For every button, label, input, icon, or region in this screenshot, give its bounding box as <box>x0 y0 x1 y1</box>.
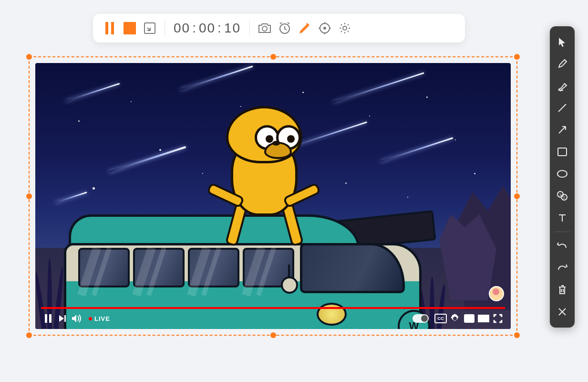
autoplay-toggle[interactable] <box>413 314 429 323</box>
spotlight-button[interactable] <box>315 18 335 38</box>
timer-hh: 00 <box>174 21 190 35</box>
toolbar-divider <box>555 232 570 232</box>
screenshot-button[interactable] <box>255 18 275 38</box>
svg-rect-10 <box>49 314 52 323</box>
scheduler-button[interactable] <box>275 18 295 38</box>
line-tool[interactable] <box>553 98 572 117</box>
svg-rect-0 <box>105 22 108 34</box>
svg-rect-14 <box>478 315 489 322</box>
divider <box>249 20 250 37</box>
recording-control-bar: 00:00:10 <box>93 14 465 42</box>
progress-bar[interactable] <box>41 307 505 309</box>
resize-handle-bottom-right[interactable] <box>514 332 520 338</box>
pen-tool[interactable] <box>553 54 572 74</box>
live-indicator-dot <box>89 317 92 320</box>
live-label: LIVE <box>94 315 110 322</box>
timer-ss: 10 <box>224 21 241 35</box>
timer-mm: 00 <box>199 21 216 35</box>
resize-handle-bottom-left[interactable] <box>26 332 32 338</box>
capture-region[interactable]: W LIVE <box>29 56 517 336</box>
redo-button[interactable] <box>553 258 572 277</box>
player-next-button[interactable] <box>55 312 70 325</box>
player-pause-button[interactable] <box>41 312 55 325</box>
arrow-tool[interactable] <box>553 120 572 139</box>
svg-rect-9 <box>45 314 47 323</box>
recording-timer: 00:00:10 <box>174 21 241 36</box>
annotate-button[interactable] <box>295 18 315 38</box>
svg-rect-1 <box>111 22 114 34</box>
annotation-toolbar: 12 <box>550 26 575 328</box>
svg-rect-13 <box>469 318 474 322</box>
resize-handle-top-left[interactable] <box>26 54 32 60</box>
svg-rect-2 <box>124 22 136 34</box>
close-button[interactable] <box>553 302 572 321</box>
undo-button[interactable] <box>553 236 572 255</box>
svg-point-8 <box>343 26 347 30</box>
player-settings-button[interactable] <box>448 312 462 325</box>
svg-point-7 <box>324 27 326 29</box>
highlighter-tool[interactable] <box>553 76 572 96</box>
divider <box>165 20 165 37</box>
svg-point-4 <box>262 26 267 31</box>
svg-point-16 <box>557 170 567 177</box>
video-content: W LIVE <box>35 63 511 329</box>
settings-button[interactable] <box>335 18 355 38</box>
channel-avatar[interactable] <box>489 286 504 301</box>
svg-text:1: 1 <box>559 192 562 197</box>
resize-handle-top-right[interactable] <box>514 54 520 60</box>
resize-handle-bottom[interactable] <box>270 332 276 338</box>
numbered-step-tool[interactable]: 12 <box>553 186 572 205</box>
progress-fill <box>41 307 505 309</box>
resize-handle-left[interactable] <box>26 193 32 199</box>
resize-handle-top[interactable] <box>270 54 276 60</box>
captions-button[interactable]: CC <box>433 312 448 325</box>
theater-button[interactable] <box>476 312 491 325</box>
svg-rect-15 <box>558 148 567 156</box>
delete-button[interactable] <box>553 280 572 299</box>
ellipse-tool[interactable] <box>553 164 572 183</box>
cartoon-dog-illustration <box>212 106 321 230</box>
text-tool[interactable] <box>553 208 572 227</box>
video-player-controls: LIVE CC <box>35 300 511 329</box>
miniplayer-button[interactable] <box>462 312 476 325</box>
rectangle-tool[interactable] <box>553 142 572 161</box>
minimize-button[interactable] <box>140 18 160 38</box>
fullscreen-button[interactable] <box>491 312 505 325</box>
svg-rect-11 <box>64 315 66 322</box>
player-volume-button[interactable] <box>70 312 84 325</box>
resize-handle-right[interactable] <box>514 193 520 199</box>
svg-text:2: 2 <box>563 195 566 200</box>
cursor-tool[interactable] <box>553 32 572 52</box>
stop-button[interactable] <box>120 18 140 38</box>
pause-button[interactable] <box>100 18 120 38</box>
